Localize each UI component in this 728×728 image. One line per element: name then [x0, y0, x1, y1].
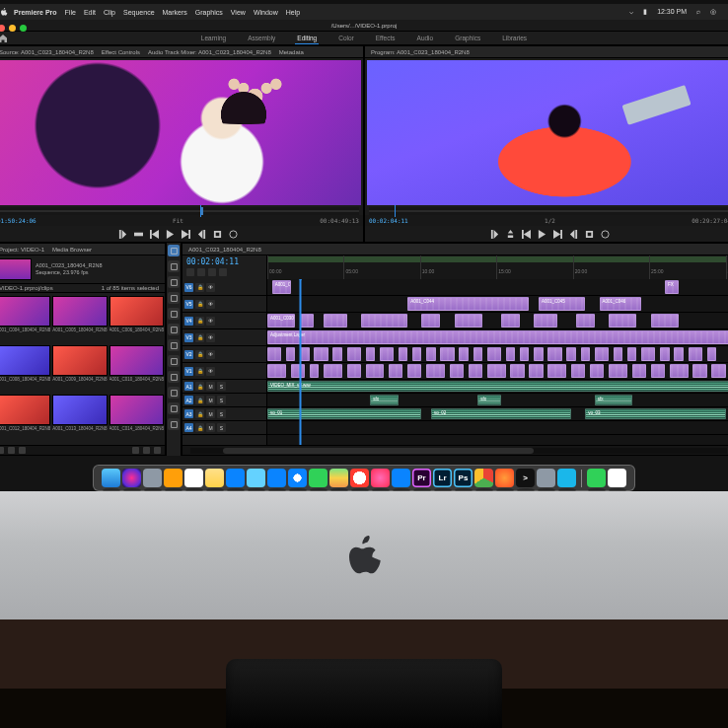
timeline-clip[interactable]: [324, 314, 347, 328]
mark-in-icon[interactable]: [118, 230, 127, 239]
linked-selection-icon[interactable]: [197, 268, 205, 276]
timeline-clip[interactable]: vo_02: [431, 408, 571, 419]
timeline-clip[interactable]: [366, 347, 375, 361]
tool-slip[interactable]: [168, 339, 180, 351]
track-target-toggle[interactable]: V4: [184, 317, 193, 326]
settings-icon[interactable]: [219, 268, 227, 276]
timeline-clip[interactable]: [609, 364, 627, 378]
track-visibility-toggle[interactable]: 👁: [206, 300, 215, 309]
timeline-clip[interactable]: [267, 364, 286, 378]
timeline-clip[interactable]: [651, 314, 679, 328]
timeline-clip[interactable]: [510, 364, 524, 378]
timeline-playhead[interactable]: [300, 279, 301, 445]
timeline-playhead-tc[interactable]: 00:02:04:11: [186, 257, 262, 266]
timeline-clip[interactable]: [426, 364, 445, 378]
track-row[interactable]: A001_C044A001_C045A001_C046: [267, 296, 728, 313]
siri-icon[interactable]: ◎: [710, 8, 716, 15]
dock-app-siri[interactable]: [122, 469, 141, 487]
tool-razor[interactable]: [168, 324, 180, 335]
new-bin-icon[interactable]: [132, 447, 139, 454]
track-area[interactable]: A001_C071FXA001_C044A001_C045A001_C046A0…: [267, 279, 728, 445]
track-row[interactable]: [267, 421, 728, 435]
track-row[interactable]: vo_01vo_02vo_03: [267, 407, 728, 421]
timeline-clip[interactable]: [707, 347, 716, 361]
sequence-tab[interactable]: A001_C023_180404_R2N8: [188, 247, 261, 253]
timeline-clip[interactable]: A001_C071: [272, 280, 291, 294]
track-lock-toggle[interactable]: 🔒: [195, 333, 204, 342]
track-lock-toggle[interactable]: 🔒: [195, 409, 204, 418]
export-frame-icon[interactable]: [213, 230, 222, 239]
tool-ripple[interactable]: [168, 276, 180, 288]
menu-edit[interactable]: Edit: [84, 9, 96, 16]
dock-app-notes[interactable]: [205, 469, 224, 487]
project-clip[interactable]: A001_C006_180404_R2N8: [109, 296, 164, 343]
insert-icon[interactable]: [134, 230, 143, 239]
timeline-clip[interactable]: A001_C046: [600, 297, 642, 311]
timeline-clip[interactable]: [314, 347, 328, 361]
timeline-clip[interactable]: [267, 347, 281, 361]
freeform-view-icon[interactable]: [19, 447, 26, 454]
workspace-tab[interactable]: Effects: [374, 33, 398, 43]
menu-help[interactable]: Help: [286, 9, 300, 16]
tool-track-select[interactable]: [168, 260, 180, 272]
track-target-toggle[interactable]: V6: [184, 283, 193, 292]
program-viewer[interactable]: [367, 60, 728, 205]
tool-pen[interactable]: [168, 371, 180, 383]
track-target-toggle[interactable]: A1: [184, 382, 193, 391]
timeline-clip[interactable]: [361, 314, 407, 328]
timeline-clip[interactable]: [692, 364, 706, 378]
timeline-clip[interactable]: FX: [665, 280, 679, 294]
track-lock-toggle[interactable]: 🔒: [195, 283, 204, 292]
timeline-clip[interactable]: [501, 314, 520, 328]
timeline-clip[interactable]: [412, 347, 421, 361]
workspace-tab[interactable]: Color: [336, 33, 356, 43]
lift-icon[interactable]: [506, 230, 515, 239]
timeline-clip[interactable]: A001_C044: [407, 297, 529, 311]
timeline-clip[interactable]: [286, 347, 295, 361]
track-visibility-toggle[interactable]: 👁: [206, 367, 215, 376]
timeline-clip[interactable]: [520, 347, 529, 361]
program-fit[interactable]: 1/2: [545, 217, 555, 224]
timeline-clip[interactable]: [506, 347, 515, 361]
track-target-toggle[interactable]: V2: [184, 350, 193, 359]
track-target-toggle[interactable]: A3: [184, 409, 193, 418]
tool-hand[interactable]: [168, 387, 180, 399]
track-row[interactable]: [267, 363, 728, 380]
dock-app-block[interactable]: [350, 469, 369, 487]
timeline-clip[interactable]: [347, 364, 361, 378]
dock-app-launchpad[interactable]: [143, 469, 162, 487]
workspace-tab-active[interactable]: Editing: [295, 33, 319, 44]
track-target-toggle[interactable]: V5: [184, 300, 193, 309]
mark-out-icon[interactable]: [197, 230, 206, 239]
track-solo-toggle[interactable]: S: [217, 423, 226, 432]
dock-app-downloads[interactable]: [247, 469, 265, 487]
timeline-clip[interactable]: [670, 364, 689, 378]
settings-icon[interactable]: [229, 230, 238, 239]
timeline-h-scrollbar[interactable]: [190, 448, 727, 454]
source-viewer[interactable]: [0, 60, 361, 205]
track-row[interactable]: Adjustment Layer: [267, 329, 728, 346]
timeline-clip[interactable]: [366, 364, 385, 378]
project-clip[interactable]: A001_C010_180404_R2N8: [109, 345, 164, 393]
track-visibility-toggle[interactable]: 👁: [206, 350, 215, 359]
settings-icon[interactable]: [601, 230, 610, 239]
dock-app-safari[interactable]: [288, 469, 307, 487]
panel-tab[interactable]: Effect Controls: [102, 49, 140, 55]
track-visibility-toggle[interactable]: M: [206, 409, 215, 418]
timeline-clip[interactable]: [576, 314, 595, 328]
new-item-icon[interactable]: [143, 447, 150, 454]
timeline-clip[interactable]: [347, 347, 361, 361]
step-fwd-icon[interactable]: [182, 230, 190, 239]
track-solo-toggle[interactable]: S: [217, 409, 226, 418]
timeline-clip[interactable]: [614, 347, 622, 361]
timeline-clip[interactable]: sfx: [477, 395, 501, 405]
project-clip[interactable]: A001_C009_180404_R2N8: [52, 345, 107, 393]
track-target-toggle[interactable]: A2: [184, 396, 193, 404]
timeline-clip[interactable]: [487, 347, 501, 361]
track-header-V2[interactable]: V2🔒👁: [182, 346, 266, 363]
track-visibility-toggle[interactable]: 👁: [206, 317, 215, 326]
panel-tab[interactable]: Metadata: [279, 49, 304, 55]
menubar-app-name[interactable]: Premiere Pro: [14, 9, 57, 16]
timeline-clip[interactable]: [632, 364, 646, 378]
dock-app-app-store[interactable]: [392, 469, 410, 487]
